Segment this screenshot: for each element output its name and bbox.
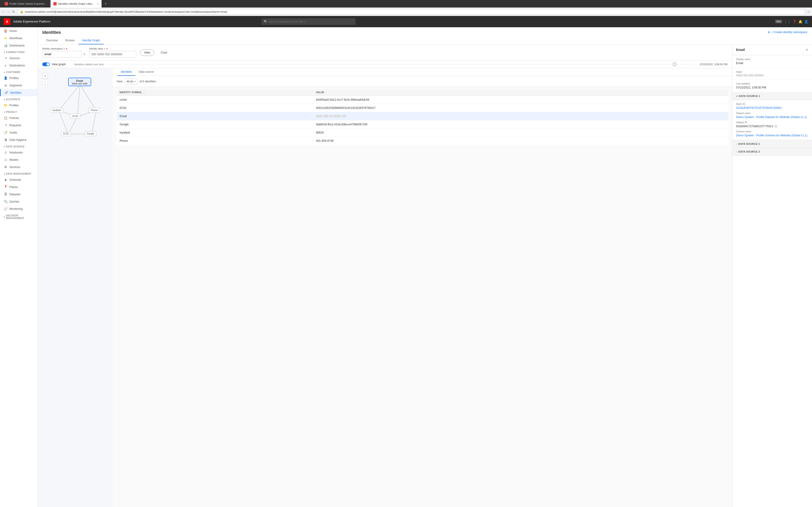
- section-privacy[interactable]: ▾ PRIVACY: [0, 109, 37, 114]
- sidebar-item-dashboards[interactable]: 📊 Dashboards: [0, 42, 37, 49]
- namespace-input[interactable]: [42, 51, 82, 58]
- sidebar-audits-label: Audits: [9, 131, 17, 134]
- section-data-management[interactable]: ▾ DATA MANAGEMENT: [0, 171, 37, 176]
- symbol-crmid: crmId: [117, 96, 313, 104]
- sidebar-identities-label: Identities: [10, 91, 21, 94]
- clear-button[interactable]: Clear: [158, 49, 170, 56]
- tab-2[interactable]: Identities Identity Graph | Ado... ✕: [51, 0, 102, 7]
- sidebar-item-profiles-accounts[interactable]: 📁 Profiles: [0, 102, 37, 109]
- table-row: Phone 401-926-8738: [117, 137, 728, 145]
- sidebar-item-data-hygiene[interactable]: 🗑 Data Hygiene: [0, 136, 37, 144]
- section-customer[interactable]: ▾ CUSTOMER: [0, 69, 37, 74]
- view-graph-toggle[interactable]: View graph: [42, 62, 66, 66]
- section-decision-management[interactable]: ▾ DECISION MANAGEMENT: [0, 213, 37, 220]
- zoom-out-button[interactable]: −: [42, 79, 48, 85]
- sidebar-item-requests[interactable]: ↗ Requests: [0, 122, 37, 129]
- sidebar-item-policies[interactable]: 📋 Policies: [0, 114, 37, 122]
- page-tabs: Overview Browse Identity Graph: [42, 37, 807, 44]
- namespace-clear-button[interactable]: ✕: [83, 53, 86, 56]
- sidebar-item-monitoring[interactable]: 📈 Monitoring: [0, 205, 37, 213]
- section-privacy-label: PRIVACY: [6, 111, 17, 113]
- sidebar-item-destinations[interactable]: ↙ Destinations: [0, 62, 37, 69]
- timeline-bar: [109, 64, 695, 64]
- sidebar-monitoring-label: Monitoring: [9, 207, 22, 211]
- ds1-dataset-name-value[interactable]: Demo System - Profile Dataset for Websit…: [736, 115, 808, 119]
- sidebar-item-models[interactable]: ◻ Models: [0, 156, 37, 163]
- sidebar-item-identities[interactable]: 🔗 Identities: [0, 89, 37, 96]
- dev-badge: Dev: [775, 20, 782, 23]
- right-panel: Email ✕ Display name Email Value: [732, 45, 812, 507]
- tab-identities[interactable]: Identities: [117, 68, 135, 76]
- node-loyaltyid[interactable]: loyaltyId: [50, 108, 63, 113]
- back-button[interactable]: ←: [2, 10, 5, 14]
- sidebar-item-workflows[interactable]: ⚡ Workflows: [0, 35, 37, 42]
- new-tab-button[interactable]: +: [103, 2, 109, 6]
- tab-1[interactable]: Profile Detail | Adobe Experien...: [2, 0, 50, 7]
- datasets-icon: 🗄: [4, 192, 7, 196]
- sidebar-policies-label: Policies: [9, 116, 19, 120]
- table-row: loyaltyId 80625: [117, 129, 728, 137]
- ds2-header[interactable]: › DATA SOURCE 2: [732, 140, 812, 148]
- sidebar-item-profiles-customer[interactable]: 👤 Profiles: [0, 74, 37, 82]
- sidebar-item-sources[interactable]: ↗ Sources: [0, 54, 37, 62]
- lock-icon: 🔒: [20, 10, 23, 13]
- section-connections[interactable]: ▾ CONNECTIONS: [0, 49, 37, 54]
- toggle-switch[interactable]: [42, 62, 50, 66]
- sidebar-item-queries[interactable]: 🔍 Queries: [0, 198, 37, 205]
- sidebar-item-datasets[interactable]: 🗄 Datasets: [0, 190, 37, 198]
- help-icon[interactable]: ❓: [793, 20, 797, 23]
- sidebar-item-notebooks[interactable]: // Notebooks: [0, 149, 37, 156]
- ds3-header[interactable]: › DATA SOURCE 3: [732, 148, 812, 156]
- sort-icon-symbol[interactable]: ↕: [144, 91, 145, 94]
- copy-icon-dataset-id[interactable]: ⧉: [775, 125, 777, 128]
- url-box[interactable]: 🔒 experience.adobe.com/#/@salesvelocity/…: [17, 9, 805, 14]
- section-accounts[interactable]: ▾ ACCOUNTS: [0, 96, 37, 102]
- value-loyaltyid: 80625: [313, 129, 728, 137]
- ds1-batch-value[interactable]: 01G8JF8ST9YTAXFTP2RAFVD5EV: [736, 106, 808, 110]
- node-crmid[interactable]: crmId: [70, 114, 80, 119]
- tab-identity-graph[interactable]: Identity Graph: [79, 37, 104, 44]
- node-phone[interactable]: Phone: [89, 108, 100, 113]
- create-namespace-button[interactable]: ⊕ + Create identity namespace: [768, 31, 807, 34]
- user-avatar[interactable]: 👤: [804, 20, 808, 23]
- sidebar-item-audits[interactable]: 📝 Audits: [0, 129, 37, 136]
- value-google: faddfc0d-fb1a-410a-b0ba-e4794b097100: [313, 120, 728, 129]
- node-email[interactable]: Email: [68, 78, 91, 86]
- apps-icon[interactable]: ⋮⋮: [784, 20, 791, 23]
- chevron-data-science: ▾: [4, 146, 5, 148]
- global-search[interactable]: 🔍: [261, 18, 355, 25]
- segments-icon: ◎: [4, 83, 7, 87]
- ds1-schema-name-value[interactable]: Demo System - Profile Schema for Website…: [736, 134, 808, 137]
- symbol-phone: Phone: [117, 137, 313, 145]
- rp-last-updated-section: Last updated 07/22/2022, 3:08:50 PM: [732, 79, 812, 92]
- identity-count-label: of 6 identities: [140, 80, 156, 83]
- tab-data-source[interactable]: Data source: [135, 68, 157, 76]
- view-select-dropdown[interactable]: All (6) ▾: [124, 78, 138, 84]
- sidebar-destinations-label: Destinations: [9, 64, 25, 67]
- node-ecid[interactable]: ECID: [61, 131, 71, 136]
- section-data-science[interactable]: ▾ DATA SCIENCE: [0, 144, 37, 149]
- sidebar-item-segments[interactable]: ◎ Segments: [0, 82, 37, 89]
- tab-2-close[interactable]: ✕: [97, 3, 99, 5]
- right-panel-close-button[interactable]: ✕: [805, 48, 808, 52]
- node-google[interactable]: Google: [85, 131, 96, 136]
- tab-overview[interactable]: Overview: [42, 37, 61, 44]
- bookmark-icon[interactable]: ☆: [807, 10, 810, 14]
- value-blurred-input[interactable]: [89, 51, 136, 58]
- sidebar-item-places[interactable]: 📍 Places: [0, 183, 37, 190]
- blur-dot-3: [83, 83, 87, 84]
- ds1-header[interactable]: ▾ DATA SOURCE 1: [732, 92, 812, 100]
- view-button[interactable]: View: [140, 49, 154, 56]
- sidebar-item-home[interactable]: 🏠 Home: [0, 27, 37, 35]
- tab-browse[interactable]: Browse: [61, 37, 79, 44]
- svg-line-1: [78, 85, 80, 116]
- sidebar-item-schemas[interactable]: ◈ Schemas: [0, 176, 37, 183]
- search-input[interactable]: [269, 20, 353, 23]
- zoom-in-button[interactable]: +: [42, 73, 48, 78]
- sidebar-item-services[interactable]: ⚙ Services: [0, 163, 37, 171]
- reload-button[interactable]: ↻: [12, 10, 15, 14]
- app-header: A Adobe Experience Platform 🔍 Dev ⋮⋮ ❓ 🔔…: [0, 16, 812, 27]
- notifications-icon[interactable]: 🔔: [798, 20, 802, 23]
- section-data-science-label: DATA SCIENCE: [6, 145, 25, 148]
- forward-button[interactable]: →: [7, 10, 10, 14]
